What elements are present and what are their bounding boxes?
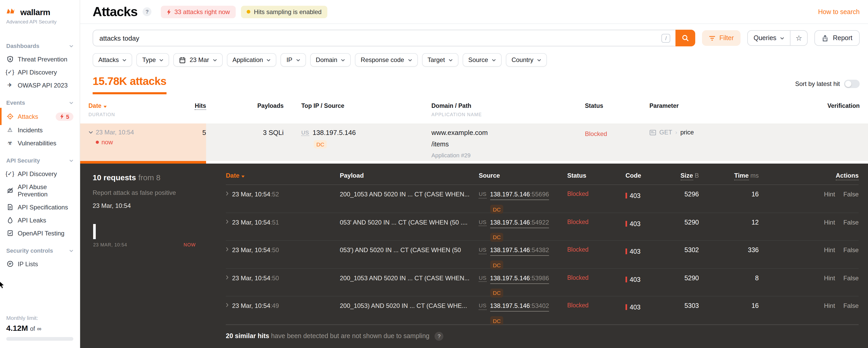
sidebar-item-vulnerabilities[interactable]: ☣ Vulnerabilities: [0, 137, 80, 149]
filter-chip-source[interactable]: Source: [463, 53, 502, 67]
attack-row[interactable]: 23 Mar, 10:54 now 5 3 SQLi US 138.197.5.…: [80, 123, 868, 161]
filter-chip-date[interactable]: 23 Mar: [174, 53, 223, 67]
report-false-positive-link[interactable]: Report attack as false positive: [93, 189, 197, 196]
source-ip[interactable]: 138.197.5.146: [312, 129, 356, 137]
hit-date[interactable]: 23 Mar, 10:54:52: [226, 191, 340, 213]
filter-button[interactable]: Filter: [702, 30, 741, 46]
hit-row[interactable]: 23 Mar, 10:54:52 200_1053 AND 5020 IN ..…: [226, 185, 859, 213]
braces-check-icon: {✓}: [6, 68, 13, 76]
filter-chip-domain[interactable]: Domain: [310, 53, 351, 67]
hint-action[interactable]: Hint: [824, 191, 835, 213]
filter-chip-attacks[interactable]: Attacks: [93, 53, 132, 67]
sidebar-item-threat-prevention[interactable]: Threat Prevention: [0, 53, 80, 66]
search-input[interactable]: [99, 34, 662, 42]
section-api-security[interactable]: API Security: [0, 157, 80, 164]
hit-row[interactable]: 23 Mar, 10:54:50 200_1053 AND 5020 IN ..…: [226, 269, 859, 297]
how-to-search-link[interactable]: How to search: [818, 8, 860, 16]
timeline-axis: 23 MAR, 10:54 NOW: [93, 242, 196, 248]
sidebar-item-api-leaks[interactable]: API Leaks: [0, 213, 80, 227]
sidebar-item-api-discovery[interactable]: {✓} API Discovery: [0, 66, 80, 79]
false-action[interactable]: False: [843, 191, 859, 213]
report-button[interactable]: Report: [815, 30, 860, 46]
column-header-date[interactable]: Date DURATION: [89, 103, 172, 117]
filter-chip-application[interactable]: Application: [227, 53, 276, 67]
false-action[interactable]: False: [843, 219, 859, 241]
sidebar-item-api-discovery-2[interactable]: {✓} API Discovery: [0, 167, 80, 180]
hit-payload: 200_1053 AND 5020 IN ... CT (CASE WHEN..…: [340, 191, 479, 213]
false-action[interactable]: False: [843, 246, 859, 269]
filter-chip-country[interactable]: Country: [506, 53, 547, 67]
source-ip[interactable]: 138.197.5.146:54922: [490, 219, 549, 228]
filter-chip-ip[interactable]: IP: [281, 53, 306, 67]
hit-actions: HintFalse: [759, 246, 859, 269]
brand-block[interactable]: wallarm Advanced API Security: [0, 6, 80, 25]
sidebar-item-api-abuse-prevention[interactable]: API Abuse Prevention: [0, 180, 80, 201]
hit-row[interactable]: 23 Mar, 10:54:49 200_1053) AND 5020 IN .…: [226, 297, 859, 324]
hint-action[interactable]: Hint: [824, 246, 835, 269]
attack-hits: 5: [172, 129, 206, 158]
hits-table-header: Date Payload Source Status Code Size B T…: [226, 172, 859, 185]
search-button[interactable]: [676, 30, 695, 46]
sidebar-item-api-specifications[interactable]: API Specifications: [0, 201, 80, 213]
app-window: wallarm Advanced API Security Dashboards…: [0, 0, 868, 348]
false-action[interactable]: False: [843, 274, 859, 297]
filter-chip-type[interactable]: Type: [136, 53, 169, 67]
queries-button[interactable]: Queries: [748, 31, 790, 45]
hit-size: 5290: [657, 219, 699, 241]
live-attacks-badge[interactable]: 33 attacks right now: [161, 5, 236, 18]
country-code[interactable]: US: [479, 246, 486, 254]
robot-blocked-icon: [6, 187, 13, 194]
droplet-icon: [6, 216, 13, 224]
attack-details-panel: 10 requests from 8 Report attack as fals…: [80, 164, 868, 348]
country-code[interactable]: US: [479, 274, 486, 282]
country-code[interactable]: US: [479, 191, 486, 198]
hit-source: US138.197.5.146:53986 DC: [479, 274, 567, 297]
section-dashboards[interactable]: Dashboards: [0, 43, 80, 49]
hit-actions: HintFalse: [759, 302, 859, 325]
filter-chip-response-code[interactable]: Response code: [355, 53, 417, 67]
favorite-star-button[interactable]: ☆: [790, 31, 807, 45]
help-icon[interactable]: ?: [143, 7, 151, 16]
sidebar-item-incidents[interactable]: ⚠ Incidents: [0, 123, 80, 137]
column-header-hits[interactable]: Hits: [172, 103, 206, 109]
column-header-time[interactable]: Time ms: [699, 172, 759, 179]
datacenter-tag: DC: [490, 317, 503, 325]
hint-action[interactable]: Hint: [824, 302, 835, 325]
hint-action[interactable]: Hint: [824, 219, 835, 241]
hit-row[interactable]: 23 Mar, 10:54:51 053' AND 5020 IN ... CT…: [226, 213, 859, 241]
column-header-hit-date[interactable]: Date: [226, 172, 340, 179]
source-ip[interactable]: 138.197.5.146:54382: [490, 246, 549, 256]
search-toolbar: / Filter Queries ☆ Report: [80, 24, 868, 51]
datacenter-tag: DC: [490, 205, 503, 213]
sidebar-item-owasp-api[interactable]: ✈ OWASP API 2023: [0, 79, 80, 92]
column-header-size[interactable]: Size B: [657, 172, 699, 179]
help-icon[interactable]: ?: [435, 332, 444, 341]
attack-date[interactable]: 23 Mar, 10:54: [89, 129, 172, 136]
country-code[interactable]: US: [479, 219, 486, 226]
source-ip[interactable]: 138.197.5.146:53986: [490, 274, 549, 284]
hit-date[interactable]: 23 Mar, 10:54:50: [226, 274, 340, 297]
false-action[interactable]: False: [843, 302, 859, 325]
hit-date[interactable]: 23 Mar, 10:54:51: [226, 219, 340, 241]
hit-date[interactable]: 23 Mar, 10:54:49: [226, 302, 340, 325]
chevron-down-icon: [89, 131, 93, 134]
source-ip[interactable]: 138.197.5.146:53402: [490, 302, 549, 312]
section-events[interactable]: Events: [0, 99, 80, 106]
country-code[interactable]: US: [479, 302, 486, 310]
hit-date[interactable]: 23 Mar, 10:54:50: [226, 246, 340, 269]
column-header-actions[interactable]: Actions: [759, 172, 859, 179]
sampling-note: 20 similar hits have been detected but a…: [226, 324, 859, 348]
country-code[interactable]: US: [301, 129, 309, 136]
filter-chip-target[interactable]: Target: [422, 53, 459, 67]
hint-action[interactable]: Hint: [824, 274, 835, 297]
sort-toggle[interactable]: [844, 80, 860, 88]
hit-row[interactable]: 23 Mar, 10:54:50 053') AND 5020 IN ... C…: [226, 241, 859, 268]
paper-plane-icon: ✈: [6, 82, 13, 89]
chevron-right-icon: [226, 303, 228, 308]
sidebar-item-attacks[interactable]: Attacks 5: [0, 109, 80, 123]
sidebar-item-openapi-testing[interactable]: OpenAPI Testing: [0, 227, 80, 240]
hit-size: 5296: [657, 191, 699, 213]
sidebar-item-ip-lists[interactable]: IP IP Lists: [0, 257, 80, 270]
section-security-controls[interactable]: Security controls: [0, 248, 80, 254]
source-ip[interactable]: 138.197.5.146:55696: [490, 191, 549, 200]
